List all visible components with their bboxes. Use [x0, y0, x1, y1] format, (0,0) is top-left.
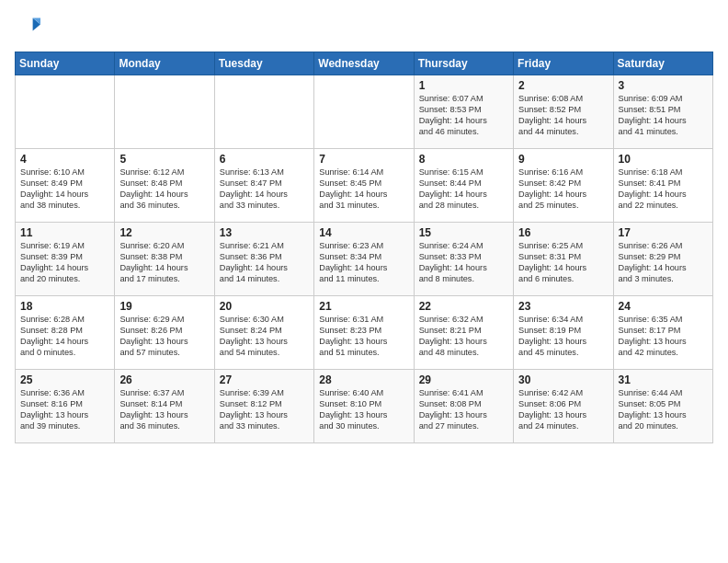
calendar-cell: 21Sunrise: 6:31 AMSunset: 8:23 PMDayligh… — [314, 296, 414, 370]
cell-content: Sunset: 8:21 PM — [419, 326, 508, 337]
cell-content: and 20 minutes. — [20, 274, 109, 285]
cell-content: Sunrise: 6:44 AM — [619, 388, 708, 399]
cell-content: and 39 minutes. — [20, 421, 109, 432]
calendar-cell — [115, 75, 214, 149]
calendar-cell: 5Sunrise: 6:12 AMSunset: 8:48 PMDaylight… — [115, 149, 214, 223]
cell-content: Sunrise: 6:37 AM — [119, 388, 209, 399]
day-number: 22 — [419, 300, 508, 313]
cell-content: Daylight: 14 hours — [319, 190, 408, 201]
cell-content: Sunset: 8:19 PM — [518, 326, 608, 337]
day-number: 13 — [220, 226, 309, 239]
cell-content: Sunset: 8:52 PM — [518, 105, 608, 116]
cell-content: Sunset: 8:28 PM — [20, 326, 109, 337]
cell-content: Sunrise: 6:40 AM — [319, 388, 408, 399]
calendar-week-row: 11Sunrise: 6:19 AMSunset: 8:39 PMDayligh… — [16, 223, 713, 296]
header-sunday: Sunday — [16, 52, 115, 75]
calendar-cell: 8Sunrise: 6:15 AMSunset: 8:44 PMDaylight… — [414, 149, 513, 223]
cell-content: Daylight: 13 hours — [119, 410, 209, 421]
cell-content: Sunrise: 6:39 AM — [220, 388, 309, 399]
calendar-cell: 27Sunrise: 6:39 AMSunset: 8:12 PMDayligh… — [214, 370, 313, 443]
cell-content: and 28 minutes. — [419, 201, 508, 212]
day-number: 7 — [319, 153, 408, 166]
cell-content: Sunrise: 6:36 AM — [20, 388, 109, 399]
cell-content: and 6 minutes. — [518, 274, 608, 285]
cell-content: and 57 minutes. — [119, 348, 209, 359]
day-number: 1 — [419, 79, 508, 92]
cell-content: Sunrise: 6:07 AM — [419, 94, 508, 105]
cell-content: Sunset: 8:53 PM — [419, 105, 508, 116]
cell-content: and 25 minutes. — [518, 201, 608, 212]
cell-content: and 44 minutes. — [518, 127, 608, 138]
cell-content: Daylight: 14 hours — [419, 263, 508, 274]
cell-content: and 33 minutes. — [220, 201, 309, 212]
calendar-cell: 29Sunrise: 6:41 AMSunset: 8:08 PMDayligh… — [414, 370, 513, 443]
cell-content: Sunset: 8:41 PM — [619, 178, 708, 190]
cell-content: and 42 minutes. — [619, 348, 708, 359]
cell-content: Sunset: 8:49 PM — [20, 178, 109, 190]
cell-content: Daylight: 14 hours — [619, 190, 708, 201]
calendar-cell: 25Sunrise: 6:36 AMSunset: 8:16 PMDayligh… — [16, 370, 115, 443]
cell-content: Sunset: 8:24 PM — [220, 326, 309, 337]
calendar-cell: 12Sunrise: 6:20 AMSunset: 8:38 PMDayligh… — [115, 223, 214, 296]
cell-content: Daylight: 13 hours — [518, 410, 608, 421]
day-number: 15 — [419, 226, 508, 239]
cell-content: Sunset: 8:14 PM — [119, 399, 209, 410]
cell-content: Daylight: 14 hours — [119, 190, 209, 201]
calendar-cell: 14Sunrise: 6:23 AMSunset: 8:34 PMDayligh… — [314, 223, 414, 296]
cell-content: Sunset: 8:39 PM — [20, 252, 109, 263]
cell-content: Sunset: 8:10 PM — [319, 399, 408, 410]
calendar-cell: 13Sunrise: 6:21 AMSunset: 8:36 PMDayligh… — [214, 223, 313, 296]
cell-content: and 8 minutes. — [419, 274, 508, 285]
day-number: 30 — [518, 373, 608, 386]
calendar-cell: 2Sunrise: 6:08 AMSunset: 8:52 PMDaylight… — [514, 75, 613, 149]
cell-content: Sunset: 8:48 PM — [119, 178, 209, 190]
calendar-cell: 1Sunrise: 6:07 AMSunset: 8:53 PMDaylight… — [414, 75, 513, 149]
day-number: 5 — [119, 153, 209, 166]
cell-content: Daylight: 13 hours — [419, 337, 508, 348]
calendar-cell — [16, 75, 115, 149]
calendar-cell: 28Sunrise: 6:40 AMSunset: 8:10 PMDayligh… — [314, 370, 414, 443]
day-number: 29 — [419, 373, 508, 386]
cell-content: Sunset: 8:17 PM — [619, 326, 708, 337]
cell-content: and 0 minutes. — [20, 348, 109, 359]
cell-content: Sunset: 8:42 PM — [518, 178, 608, 190]
cell-content: and 54 minutes. — [220, 348, 309, 359]
calendar-cell: 16Sunrise: 6:25 AMSunset: 8:31 PMDayligh… — [514, 223, 613, 296]
cell-content: Sunrise: 6:15 AM — [419, 167, 508, 178]
calendar-cell: 4Sunrise: 6:10 AMSunset: 8:49 PMDaylight… — [16, 149, 115, 223]
header-thursday: Thursday — [414, 52, 513, 75]
calendar-header-row: SundayMondayTuesdayWednesdayThursdayFrid… — [16, 52, 713, 75]
cell-content: Sunset: 8:38 PM — [119, 252, 209, 263]
cell-content: Sunrise: 6:31 AM — [319, 315, 408, 326]
calendar-cell: 10Sunrise: 6:18 AMSunset: 8:41 PMDayligh… — [613, 149, 712, 223]
cell-content: and 24 minutes. — [518, 421, 608, 432]
cell-content: Sunrise: 6:32 AM — [419, 315, 508, 326]
calendar-cell: 26Sunrise: 6:37 AMSunset: 8:14 PMDayligh… — [115, 370, 214, 443]
calendar-cell: 22Sunrise: 6:32 AMSunset: 8:21 PMDayligh… — [414, 296, 513, 370]
day-number: 21 — [319, 300, 408, 313]
cell-content: Sunrise: 6:10 AM — [20, 167, 109, 178]
cell-content: Sunset: 8:36 PM — [220, 252, 309, 263]
calendar-cell: 30Sunrise: 6:42 AMSunset: 8:06 PMDayligh… — [514, 370, 613, 443]
cell-content: Daylight: 14 hours — [419, 190, 508, 201]
cell-content: Sunset: 8:08 PM — [419, 399, 508, 410]
cell-content: Daylight: 14 hours — [518, 116, 608, 127]
cell-content: Sunrise: 6:16 AM — [518, 167, 608, 178]
cell-content: Daylight: 13 hours — [518, 337, 608, 348]
cell-content: and 31 minutes. — [319, 201, 408, 212]
cell-content: Sunrise: 6:08 AM — [518, 94, 608, 105]
cell-content: Sunset: 8:33 PM — [419, 252, 508, 263]
day-number: 25 — [20, 373, 109, 386]
day-number: 16 — [518, 226, 608, 239]
cell-content: and 51 minutes. — [319, 348, 408, 359]
cell-content: and 45 minutes. — [518, 348, 608, 359]
cell-content: Sunset: 8:31 PM — [518, 252, 608, 263]
cell-content: Daylight: 14 hours — [619, 116, 708, 127]
cell-content: Sunrise: 6:26 AM — [619, 241, 708, 252]
cell-content: Sunset: 8:29 PM — [619, 252, 708, 263]
calendar-cell: 24Sunrise: 6:35 AMSunset: 8:17 PMDayligh… — [613, 296, 712, 370]
calendar-cell: 11Sunrise: 6:19 AMSunset: 8:39 PMDayligh… — [16, 223, 115, 296]
cell-content: Daylight: 13 hours — [20, 410, 109, 421]
logo — [15, 15, 44, 40]
day-number: 4 — [20, 153, 109, 166]
